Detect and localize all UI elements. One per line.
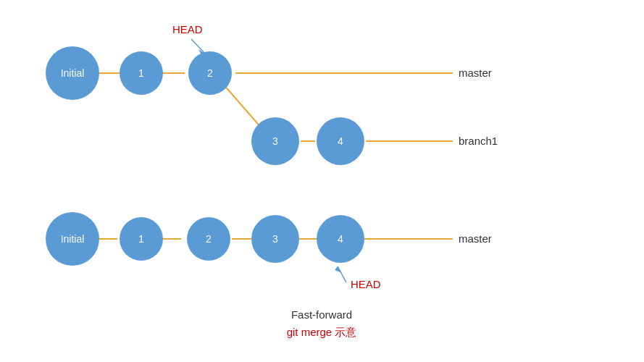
node-initial-top-label: Initial	[61, 67, 85, 79]
head-arrow-top	[191, 39, 205, 54]
node-2-bottom-label: 2	[206, 233, 212, 245]
line-2-to-3	[223, 84, 262, 129]
master-label-top: master	[459, 67, 492, 79]
node-4-bottom-label: 4	[338, 233, 343, 245]
node-3-top-label: 3	[272, 135, 278, 147]
node-2-top-label: 2	[207, 67, 213, 79]
head-label-top: HEAD	[172, 23, 203, 35]
node-initial-bottom-label: Initial	[61, 233, 85, 245]
head-label-bottom: HEAD	[351, 278, 381, 290]
caption-git-merge: git merge 示意	[287, 326, 357, 338]
node-1-bottom-label: 1	[138, 233, 144, 245]
master-label-bottom: master	[459, 232, 492, 245]
branch1-label: branch1	[459, 135, 498, 147]
node-4-top-label: 4	[338, 135, 343, 147]
node-1-top-label: 1	[138, 67, 144, 79]
node-3-bottom-label: 3	[272, 233, 278, 245]
caption-fast-forward: Fast-forward	[291, 308, 352, 321]
diagram-svg: Initial 1 2 3 4 master branch1 HEAD Init…	[0, 0, 644, 362]
